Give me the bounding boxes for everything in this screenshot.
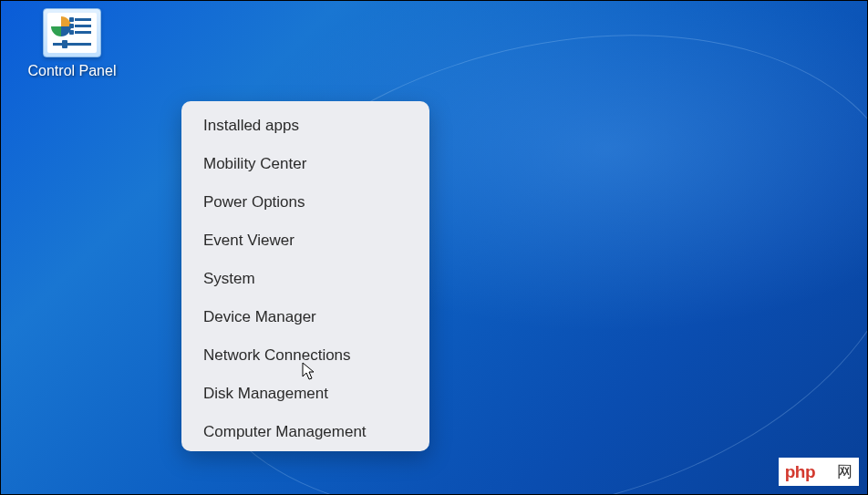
menu-item-mobility-center[interactable]: Mobility Center xyxy=(181,145,429,183)
desktop-icon-control-panel[interactable]: Control Panel xyxy=(23,8,121,79)
menu-item-installed-apps[interactable]: Installed apps xyxy=(181,107,429,145)
list-lines-icon xyxy=(75,18,91,34)
watermark: php 网 xyxy=(779,458,859,486)
watermark-prefix: php xyxy=(785,462,815,482)
menu-item-network-connections[interactable]: Network Connections xyxy=(181,336,429,375)
menu-item-system[interactable]: System xyxy=(181,260,429,298)
pie-chart-icon xyxy=(51,16,71,36)
winx-context-menu: Installed apps Mobility Center Power Opt… xyxy=(181,101,429,451)
menu-item-event-viewer[interactable]: Event Viewer xyxy=(181,222,429,260)
menu-item-computer-management[interactable]: Computer Management xyxy=(181,413,429,451)
slider-icon xyxy=(53,43,91,46)
menu-item-power-options[interactable]: Power Options xyxy=(181,183,429,222)
menu-item-device-manager[interactable]: Device Manager xyxy=(181,298,429,336)
control-panel-icon xyxy=(43,8,101,57)
menu-item-disk-management[interactable]: Disk Management xyxy=(181,375,429,413)
desktop-background[interactable]: Control Panel Installed apps Mobility Ce… xyxy=(1,1,867,494)
desktop-icon-label: Control Panel xyxy=(28,63,117,79)
watermark-suffix: 网 xyxy=(837,461,852,482)
